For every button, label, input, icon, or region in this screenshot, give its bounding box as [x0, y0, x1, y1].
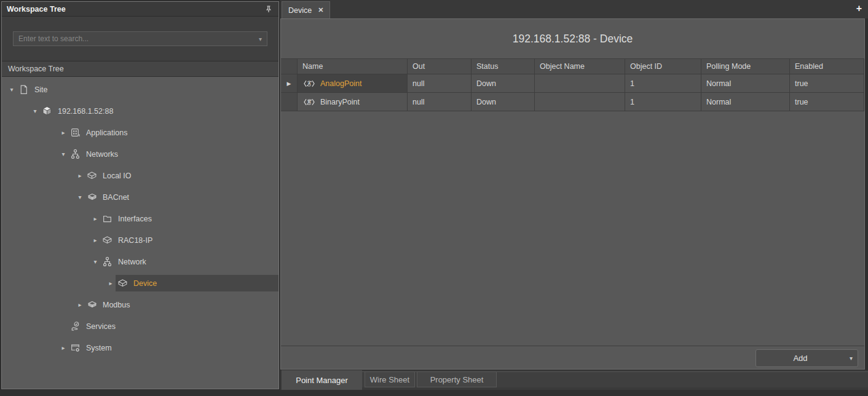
column-header-status[interactable]: Status — [471, 59, 535, 74]
expander-collapsed-icon[interactable]: ▸ — [58, 129, 68, 136]
expander-collapsed-icon[interactable]: ▸ — [106, 280, 116, 287]
close-icon[interactable]: ✕ — [318, 6, 323, 14]
tree-item-label: Interfaces — [118, 215, 152, 223]
gutter-header-cell — [281, 59, 298, 74]
document-icon — [18, 84, 29, 95]
row-selector-cell: ▶ — [281, 74, 298, 93]
cell-enabled[interactable]: true — [790, 74, 864, 93]
cell-object-id[interactable]: 1 — [625, 93, 701, 111]
search-input[interactable] — [14, 34, 254, 43]
services-icon — [70, 321, 81, 331]
tree-item-system[interactable]: ▸ System — [2, 337, 278, 358]
tree-item-interfaces[interactable]: ▸ Interfaces — [2, 208, 278, 229]
table-row-binarypoint[interactable]: B BinaryPoint null Down 1 Normal true — [281, 93, 864, 111]
tree-item-modbus[interactable]: ▸ Modbus — [2, 294, 278, 315]
network-icon — [70, 149, 81, 159]
tree-item-network[interactable]: ▾ Network — [2, 251, 278, 272]
pin-icon[interactable] — [264, 4, 274, 14]
tree-item-applications[interactable]: ▸ Applications — [2, 122, 278, 143]
tab-wire-sheet[interactable]: Wire Sheet — [365, 371, 415, 387]
tree-item-networks[interactable]: ▾ Networks — [2, 143, 278, 165]
search-combo[interactable]: ▾ — [13, 31, 267, 46]
workspace-tree: ▾ Site ▾ 192.168.1.52:88 ▸ Applications … — [2, 77, 278, 389]
expander-expanded-icon[interactable]: ▾ — [7, 86, 17, 93]
tree-item-label: Site — [34, 85, 48, 94]
cell-out[interactable]: null — [408, 74, 471, 93]
cell-polling-mode[interactable]: Normal — [701, 74, 790, 93]
cell-object-id[interactable]: 1 — [625, 74, 701, 93]
tree-item-label: System — [86, 344, 112, 352]
expander-collapsed-icon[interactable]: ▸ — [90, 237, 100, 244]
tab-device[interactable]: Device ✕ — [282, 1, 330, 18]
view-tab-strip: Point Manager Wire Sheet Property Sheet — [280, 370, 868, 390]
folder-icon — [102, 213, 112, 224]
tree-item-site[interactable]: ▾ Site — [2, 79, 278, 100]
expander-expanded-icon[interactable]: ▾ — [58, 151, 68, 157]
expander-expanded-icon[interactable]: ▾ — [90, 258, 100, 265]
expander-expanded-icon[interactable]: ▾ — [75, 194, 85, 200]
svg-text:B: B — [308, 100, 311, 104]
tree-item-local-io[interactable]: ▸ Local IO — [2, 165, 278, 186]
cell-object-name[interactable] — [535, 74, 625, 93]
expander-collapsed-icon[interactable]: ▸ — [90, 215, 100, 222]
view-title: 192.168.1.52:88 - Device — [281, 19, 864, 58]
column-header-object-id[interactable]: Object ID — [625, 59, 701, 74]
tab-label: Device — [288, 6, 312, 15]
panel-titlebar: Workspace Tree — [2, 2, 278, 17]
tree-item-label: Services — [86, 322, 116, 331]
tree-item-label: Local IO — [103, 172, 132, 180]
cell-out[interactable]: null — [408, 93, 471, 111]
cell-object-name[interactable] — [535, 93, 625, 111]
grid-header-row: Name Out Status Object Name Object ID Po… — [281, 58, 864, 74]
grid-footer: Add ▾ — [281, 346, 864, 369]
grid-empty-area — [281, 111, 864, 346]
stack-icon — [87, 299, 97, 310]
column-header-object-name[interactable]: Object Name — [535, 59, 625, 74]
cell-polling-mode[interactable]: Normal — [701, 93, 790, 111]
tree-item-bacnet[interactable]: ▾ BACnet — [2, 186, 278, 208]
analog-point-icon: A — [302, 79, 316, 89]
expander-collapsed-icon[interactable]: ▸ — [58, 344, 68, 351]
column-header-name[interactable]: Name — [298, 59, 408, 74]
document-tab-bar: Device ✕ + — [280, 0, 868, 18]
applications-icon — [70, 127, 81, 138]
panel-title: Workspace Tree — [7, 5, 264, 14]
cell-enabled[interactable]: true — [790, 93, 864, 111]
tree-item-device[interactable]: ▸ Device — [2, 272, 278, 294]
stack-icon — [87, 192, 97, 202]
expander-expanded-icon[interactable]: ▾ — [30, 108, 40, 114]
cube-icon — [87, 170, 97, 181]
search-dropdown-icon[interactable]: ▾ — [254, 36, 267, 42]
add-button[interactable]: Add ▾ — [756, 349, 858, 367]
tree-section-header: Workspace Tree — [2, 61, 278, 77]
window-bottom-strip — [0, 390, 868, 396]
workspace-tree-panel: Workspace Tree ▾ Workspace Tree ▾ Site ▾… — [1, 1, 279, 389]
device-view-panel: 192.168.1.52:88 - Device Name Out Status… — [280, 18, 865, 370]
column-header-out[interactable]: Out — [408, 59, 471, 74]
cell-status[interactable]: Down — [471, 74, 535, 93]
tab-point-manager[interactable]: Point Manager — [282, 370, 362, 390]
new-tab-button[interactable]: + — [856, 2, 862, 15]
tree-item-label: BACnet — [103, 193, 129, 202]
network-icon — [102, 256, 112, 267]
cell-name[interactable]: B BinaryPoint — [298, 93, 408, 111]
controller-icon — [42, 106, 52, 116]
tree-item-label: 192.168.1.52:88 — [58, 107, 113, 116]
cube-icon — [117, 278, 128, 288]
svg-text:A: A — [308, 81, 311, 85]
tree-item-services[interactable]: Services — [2, 315, 278, 337]
table-row-analogpoint[interactable]: ▶ A AnalogPoint null Down 1 Normal true — [281, 74, 864, 93]
cell-name[interactable]: A AnalogPoint — [298, 74, 408, 93]
tab-property-sheet[interactable]: Property Sheet — [417, 371, 497, 387]
row-selector-cell — [281, 93, 298, 111]
point-name: BinaryPoint — [320, 98, 360, 106]
cell-status[interactable]: Down — [471, 93, 535, 111]
add-dropdown-icon[interactable]: ▾ — [845, 355, 858, 362]
tree-item-rac18-ip[interactable]: ▸ RAC18-IP — [2, 229, 278, 251]
tree-item-192-168-1-52-88[interactable]: ▾ 192.168.1.52:88 — [2, 100, 278, 122]
column-header-polling-mode[interactable]: Polling Mode — [701, 59, 790, 74]
tree-item-label: Modbus — [103, 301, 130, 309]
expander-collapsed-icon[interactable]: ▸ — [75, 301, 85, 308]
column-header-enabled[interactable]: Enabled — [790, 59, 864, 74]
expander-collapsed-icon[interactable]: ▸ — [75, 172, 85, 179]
